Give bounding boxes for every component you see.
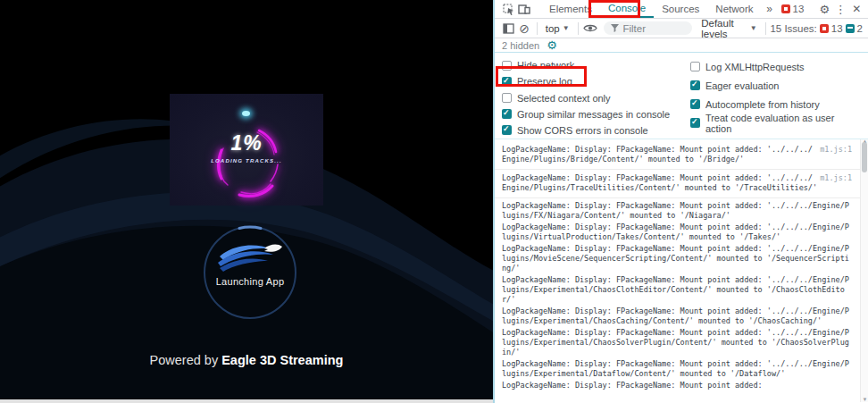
powered-by: Powered by Eagle 3D Streaming — [0, 353, 493, 367]
checkbox-label: Selected context only — [517, 93, 611, 104]
tab-network[interactable]: Network — [707, 0, 761, 18]
filter-input[interactable]: Filter — [604, 21, 692, 35]
log-levels-value: Default levels — [701, 18, 747, 39]
launching-circle: Launching App — [203, 225, 297, 320]
checkbox-label: Hide network — [517, 60, 574, 71]
checkbox-label: Treat code evaluation as user action — [705, 113, 861, 134]
console-scrollbar[interactable]: ▲ ▼ — [860, 139, 868, 402]
log-message: LogPackageName: Display: FPackageName: M… — [502, 145, 813, 164]
settings-left-column: Hide network Preserve log Selected conte… — [502, 57, 690, 139]
console-log-entry: LogPackageName: Display: FPackageName: M… — [495, 327, 860, 358]
console-log-area: m1.js:1 LogPackageName: Display: FPackag… — [495, 139, 868, 402]
checkbox-icon[interactable] — [502, 61, 512, 71]
divider — [765, 22, 766, 35]
scroll-down-icon[interactable]: ▼ — [861, 397, 868, 402]
hidden-messages-row: 2 hidden ⚙ — [495, 38, 868, 53]
checkbox-treat-code-eval[interactable]: Treat code evaluation as user action — [690, 113, 861, 132]
error-counter[interactable]: 13 — [781, 4, 805, 14]
context-selector-value: top — [546, 23, 560, 34]
console-log-entry: LogPackageName: Display: FPackageName: M… — [495, 198, 860, 222]
chevron-down-icon: ▼ — [750, 24, 757, 32]
checkbox-label: Eager evaluation — [705, 80, 780, 91]
settings-right-column: Log XMLHttpRequests Eager evaluation Aut… — [690, 57, 861, 139]
checkbox-autocomplete-history[interactable]: Autocomplete from history — [690, 95, 861, 113]
filter-placeholder: Filter — [622, 23, 646, 34]
tab-sources[interactable]: Sources — [654, 0, 707, 18]
checkbox-hide-network[interactable]: Hide network — [502, 57, 690, 73]
console-log-entry: LogPackageName: Display: FPackageName: M… — [495, 306, 860, 327]
loading-spark — [242, 111, 250, 116]
console-log-entry: m1.js:1 LogPackageName: Display: FPackag… — [495, 141, 860, 170]
launching-label: Launching App — [203, 276, 297, 287]
checkbox-icon[interactable] — [502, 77, 512, 87]
checkbox-log-xmlhttprequests[interactable]: Log XMLHttpRequests — [690, 57, 861, 76]
checkbox-icon[interactable] — [690, 62, 700, 71]
source-link[interactable]: m1.js:1 — [820, 173, 852, 183]
funnel-icon — [611, 24, 619, 32]
log-message: LogPackageName: Display: FPackageName: M… — [502, 359, 849, 378]
checkbox-selected-context-only[interactable]: Selected context only — [502, 89, 690, 105]
issues-message-count: 2 — [857, 23, 863, 34]
checkbox-icon[interactable] — [502, 125, 512, 135]
console-log-list: m1.js:1 LogPackageName: Display: FPackag… — [495, 139, 860, 391]
close-devtools-icon[interactable]: ✕ — [848, 0, 864, 18]
checkbox-label: Group similar messages in console — [517, 109, 670, 120]
log-message: LogPackageName: Display: FPackageName: M… — [502, 306, 849, 325]
checkbox-icon[interactable] — [690, 118, 700, 128]
chevron-down-icon: ▼ — [563, 24, 570, 32]
source-link[interactable]: m1.js:1 — [820, 145, 852, 155]
log-levels-selector[interactable]: Default levels ▼ — [697, 18, 760, 39]
issues-counter[interactable]: 15 Issues: 13 2 — [770, 23, 863, 34]
checkbox-show-cors-errors[interactable]: Show CORS errors in console — [502, 122, 690, 139]
issues-label: 15 Issues: — [770, 23, 816, 34]
console-sidebar-icon[interactable] — [500, 19, 516, 38]
divider — [578, 22, 579, 35]
console-toolbar: ⊘ top ▼ Filter Default levels ▼ 15 Issue… — [495, 19, 868, 38]
kebab-menu-icon[interactable]: ⋮ — [832, 0, 848, 18]
console-settings-gear-icon[interactable]: ⚙ — [547, 38, 557, 52]
screen: 1% LOADING TRACKS... Launching App Power… — [0, 0, 868, 403]
inspect-element-icon[interactable] — [500, 0, 516, 18]
checkbox-label: Autocomplete from history — [705, 99, 820, 110]
issues-error-icon — [820, 24, 829, 33]
log-message: LogPackageName: Display: FPackageName: M… — [502, 328, 849, 357]
more-tabs-button[interactable]: » — [762, 0, 778, 18]
log-message: LogPackageName: Display: FPackageName: M… — [502, 173, 817, 192]
issues-message-icon — [846, 24, 855, 33]
streaming-app-pane: 1% LOADING TRACKS... Launching App Power… — [0, 0, 493, 399]
devtools-tabbar: Elements Console Sources Network » 13 ⚙ … — [495, 0, 868, 19]
log-message: LogPackageName: Display: FPackageName: M… — [502, 201, 849, 220]
tab-console[interactable]: Console — [600, 0, 654, 18]
checkbox-icon[interactable] — [690, 99, 700, 109]
context-selector[interactable]: top ▼ — [542, 23, 573, 34]
powered-by-brand: Eagle 3D Streaming — [221, 353, 343, 367]
log-message: LogPackageName: Display: FPackageName: M… — [502, 222, 849, 241]
console-log-entry: m1.js:1 LogPackageName: Display: FPackag… — [495, 170, 860, 198]
checkbox-icon[interactable] — [690, 80, 700, 90]
live-expression-eye-icon[interactable] — [582, 19, 598, 38]
log-message: LogPackageName: Display: FPackageName: M… — [502, 381, 763, 390]
issues-error-count: 13 — [831, 23, 843, 34]
loading-percent: 1% — [170, 131, 323, 155]
checkbox-group-similar[interactable]: Group similar messages in console — [502, 106, 690, 122]
scrollbar-thumb[interactable] — [862, 142, 867, 172]
devtools-panel: Elements Console Sources Network » 13 ⚙ … — [493, 0, 868, 403]
checkbox-preserve-log[interactable]: Preserve log — [502, 73, 690, 89]
eagle-logo-icon — [216, 240, 284, 274]
checkbox-eager-evaluation[interactable]: Eager evaluation — [690, 76, 861, 95]
checkbox-label: Preserve log — [517, 76, 572, 87]
console-log-entry: LogPackageName: Display: FPackageName: M… — [495, 358, 860, 380]
console-log-entry: LogPackageName: Display: FPackageName: M… — [495, 274, 860, 306]
log-message: LogPackageName: Display: FPackageName: M… — [502, 275, 849, 304]
loading-label: LOADING TRACKS... — [170, 158, 323, 164]
console-settings: Hide network Preserve log Selected conte… — [495, 53, 868, 139]
console-log-entry: LogPackageName: Display: FPackageName: M… — [495, 243, 860, 274]
hidden-count-label: 2 hidden — [502, 40, 539, 51]
device-toolbar-icon[interactable] — [516, 0, 532, 18]
checkbox-icon[interactable] — [502, 93, 512, 103]
settings-gear-icon[interactable]: ⚙ — [816, 0, 832, 18]
loading-panel: 1% LOADING TRACKS... — [170, 94, 323, 206]
clear-console-icon[interactable]: ⊘ — [516, 19, 532, 38]
checkbox-icon[interactable] — [502, 109, 512, 119]
tab-elements[interactable]: Elements — [541, 0, 600, 18]
